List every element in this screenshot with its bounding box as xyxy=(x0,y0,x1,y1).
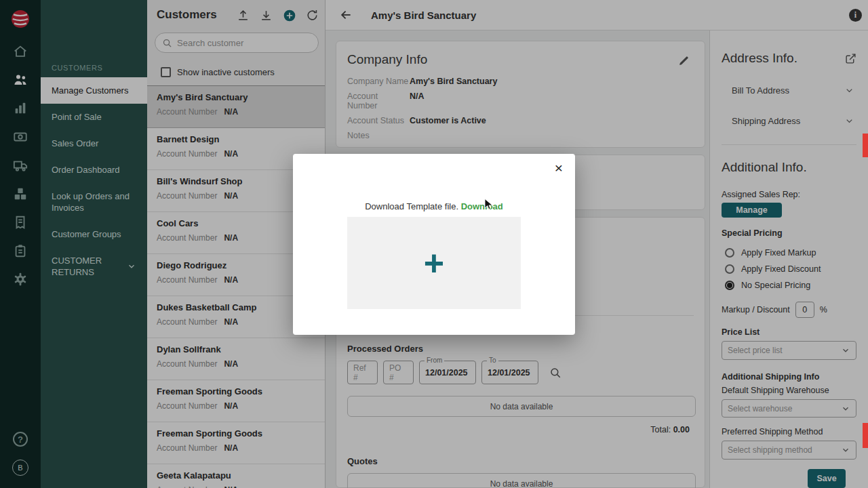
modal-instruction: Download Template file. Download xyxy=(293,201,575,211)
plus-icon: + xyxy=(424,245,444,281)
download-template-link[interactable]: Download xyxy=(461,201,503,211)
scrollbar-alert-marker xyxy=(863,423,868,448)
scrollbar-alert-marker xyxy=(863,134,868,157)
import-template-modal: × Download Template file. Download + xyxy=(293,154,575,335)
file-dropzone[interactable]: + xyxy=(347,217,521,309)
close-icon[interactable]: × xyxy=(555,161,563,175)
app-window: ? B CUSTOMERS Manage Customers Point of … xyxy=(0,0,868,488)
